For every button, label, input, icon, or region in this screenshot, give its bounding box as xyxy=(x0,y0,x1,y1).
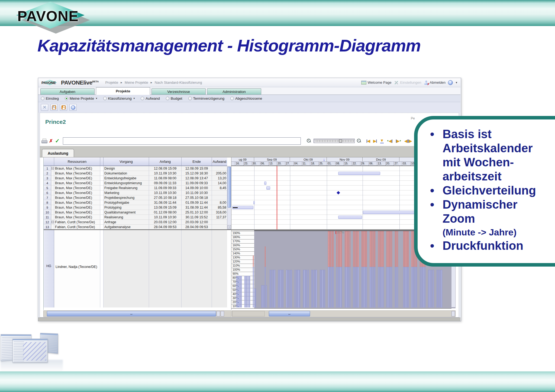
header-ende[interactable]: Ende xyxy=(182,157,212,166)
row-number: 11 xyxy=(44,215,51,220)
histogram-bar xyxy=(280,270,281,308)
scroll-button[interactable] xyxy=(217,311,220,316)
zoom-in-icon[interactable]: + xyxy=(307,139,311,143)
header-anfang[interactable]: Anfang xyxy=(149,157,182,166)
tab-verzeichnisse[interactable]: Verzeichnisse xyxy=(151,88,206,95)
welcome-page-button[interactable]: Welcome Page xyxy=(361,80,392,85)
gantt-bar[interactable] xyxy=(266,186,270,190)
tab-administration[interactable]: Administration xyxy=(207,88,261,95)
fit-view-button[interactable]: ◀||▶ xyxy=(405,139,412,143)
scroll-button[interactable] xyxy=(221,311,224,316)
close-button[interactable]: ✕ xyxy=(41,104,48,111)
table-vscrollbar-thumb[interactable] xyxy=(228,167,231,208)
timeline-marker-icon[interactable]: ↓ xyxy=(323,157,325,162)
zoom-slider[interactable] xyxy=(314,139,355,143)
cell-task: Dokumentation xyxy=(104,171,149,176)
header-ressourcen[interactable]: Ressourcen xyxy=(54,157,100,166)
breadcrumb-item[interactable]: Nach Standard-Klassifizierung xyxy=(155,80,202,85)
cell-task: Entwicklungsoptimierung xyxy=(104,181,149,186)
table-row[interactable]: 9Braun, Max (Tecone/DE)Prototyping13.08.… xyxy=(44,205,231,210)
table-row[interactable]: 8Braun, Max (Tecone/DE)Prototypfreigabe3… xyxy=(44,200,231,205)
progress-line xyxy=(233,207,238,208)
table-row[interactable]: 13Fabian, Curdt (Tecone/De)Aufgabenanaly… xyxy=(44,225,231,229)
histogram-bar xyxy=(321,270,322,308)
filter-einstieg[interactable]: Einstieg xyxy=(41,96,59,101)
logout-button[interactable]: ✗ Abmelden xyxy=(424,80,446,85)
filter-budget[interactable]: Budget xyxy=(166,96,182,101)
histogram-overload-bar xyxy=(354,231,355,267)
tab-aufgaben[interactable]: Aufgaben xyxy=(40,88,95,95)
histogram-overload-bar xyxy=(383,231,384,267)
close-icon: ✕ xyxy=(43,105,46,110)
histogram-bar xyxy=(421,267,422,307)
zoom-slider-thumb[interactable] xyxy=(339,140,342,142)
timeline-week: 16. xyxy=(235,162,243,166)
filter-meine-projekte[interactable]: Meine Projekte▾ xyxy=(65,96,97,101)
histogram-bar xyxy=(266,285,267,308)
filter-aufwand[interactable]: Aufwand xyxy=(141,96,160,101)
gantt-bar[interactable] xyxy=(338,172,380,175)
table-row[interactable]: 2Braun, Max (Tecone/DE)Dokumentation10.1… xyxy=(44,171,231,176)
command-input[interactable] xyxy=(63,137,301,145)
gantt-bar[interactable] xyxy=(338,216,362,219)
help-button[interactable]: ? xyxy=(69,104,77,111)
table-row[interactable]: 11Braun, Max (Tecone/DE)Realisierung10.1… xyxy=(44,215,231,220)
cell-effort: 316,00 xyxy=(212,210,227,215)
table-row[interactable]: 4Braun, Max (Tecone/DE)Entwicklungsoptim… xyxy=(44,181,231,186)
histogram-bar xyxy=(356,267,356,307)
scroll-to-task-button[interactable]: ▼ xyxy=(380,138,384,143)
histogram-overload-bar xyxy=(253,255,254,267)
histogram-bar xyxy=(333,267,334,307)
scroll-button[interactable] xyxy=(451,311,455,316)
table-row[interactable]: 5Braun, Max (Tecone/DE)Freigabe Realisie… xyxy=(44,186,231,190)
settings-button[interactable]: Einstellungen xyxy=(394,80,421,85)
collapse-icon[interactable] xyxy=(51,221,54,223)
table-hscrollbar-thumb[interactable]: ↔ xyxy=(47,311,216,316)
discard-save-button[interactable]: ✕ xyxy=(50,104,58,111)
callout-line: •Dynamischer xyxy=(443,197,555,212)
gantt-hscrollbar-thumb[interactable]: ↔ xyxy=(269,311,310,316)
histogram-bar xyxy=(358,267,359,307)
filter-abgeschlossene[interactable]: Abgeschlossene xyxy=(230,96,262,101)
next-task-button[interactable]: |▶+ xyxy=(396,139,401,143)
gantt-bar[interactable] xyxy=(264,182,266,185)
histogram-overload-bar xyxy=(371,231,372,267)
zoom-out-icon[interactable]: − xyxy=(357,139,362,143)
confirm-icon[interactable]: ✓ xyxy=(55,138,60,144)
chevron-down-icon[interactable]: ▾ xyxy=(134,97,135,100)
table-row[interactable]: 12Fabian, Curdt (Tecone/De)Anfrage20.03.… xyxy=(44,220,231,225)
save-button[interactable] xyxy=(60,104,67,111)
chevron-down-icon[interactable]: ▾ xyxy=(96,97,97,100)
header-vorgang[interactable]: Vorgang xyxy=(104,157,149,166)
cancel-icon[interactable]: ✗ xyxy=(49,138,53,144)
filter-terminverz-gerung[interactable]: Terminverzögerung xyxy=(188,96,225,101)
chevron-down-icon[interactable]: ▼ xyxy=(455,81,458,84)
table-row[interactable]: 7Braun, Max (Tecone/DE)Projektbesprechun… xyxy=(44,195,231,200)
header-aufwand[interactable]: Aufwand xyxy=(212,157,227,166)
histogram-bar xyxy=(438,270,438,308)
tab-projekte[interactable]: Projekte xyxy=(96,87,150,95)
help-icon[interactable]: ? xyxy=(448,80,453,85)
go-last-button[interactable]: ▶| xyxy=(373,139,377,143)
breadcrumb-item[interactable]: Projekte xyxy=(105,80,118,85)
prev-task-button[interactable]: +◀| xyxy=(387,139,393,143)
print-icon[interactable] xyxy=(41,139,47,143)
collapse-icon[interactable] xyxy=(51,167,54,170)
cell-task: Prototyping xyxy=(104,205,149,210)
breadcrumb-item[interactable]: Meine Projekte xyxy=(125,80,148,85)
tab-auslastung[interactable]: Auslastung xyxy=(42,149,74,157)
vscroll-resize-icon[interactable]: ↕ xyxy=(228,225,231,229)
histogram-overload-bar xyxy=(336,231,337,267)
cell-start: 09.09.09 11:33 xyxy=(149,181,182,186)
histogram-bar xyxy=(395,267,396,307)
histogram-bar xyxy=(248,276,249,307)
scroll-track-left[interactable] xyxy=(232,311,265,316)
gantt-bar[interactable] xyxy=(253,201,254,204)
filter-klassifizierung[interactable]: Klassifizierung▾ xyxy=(103,96,135,101)
table-row[interactable]: 10Braun, Max (Tecone/DE)Qualitätsmanagme… xyxy=(44,210,231,215)
table-row[interactable]: 3Braun, Max (Tecone/DE)Entwicklungsfreig… xyxy=(44,176,231,181)
table-row[interactable]: 1Braun, Max (Tecone/DE)Design12.08.09 15… xyxy=(44,166,231,171)
go-first-button[interactable]: |◀ xyxy=(366,139,370,143)
table-row[interactable]: 6Braun, Max (Tecone/DE)Marketing10.11.09… xyxy=(44,190,231,195)
row-number: 12 xyxy=(44,220,51,225)
